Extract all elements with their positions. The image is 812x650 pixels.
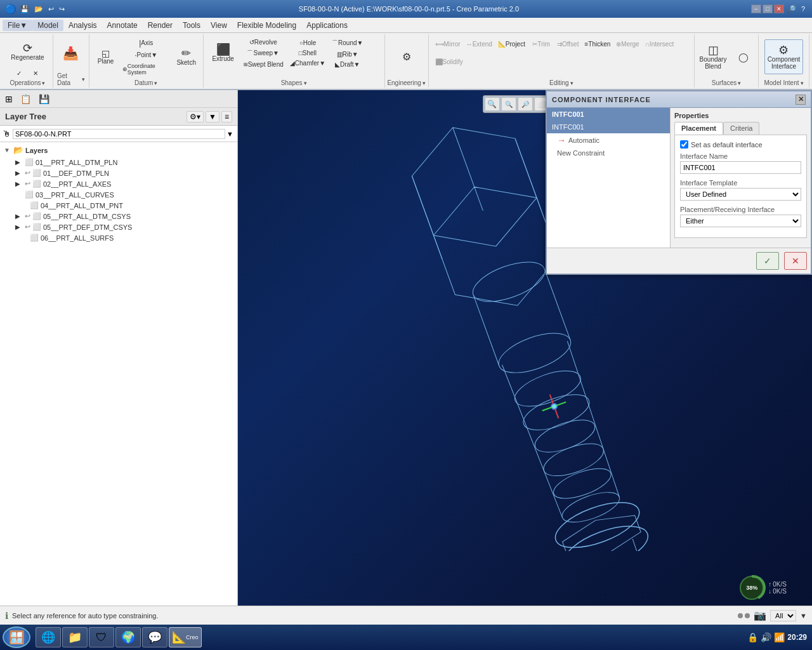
layer-tree-filter-btn[interactable]: ▼	[206, 111, 219, 123]
offset-btn[interactable]: ⇉ Offset	[554, 39, 582, 49]
menu-applications[interactable]: Applications	[301, 20, 353, 31]
taskbar-app-5[interactable]: 💬	[142, 627, 167, 647]
menu-analysis[interactable]: Analysis	[63, 20, 102, 31]
point-btn[interactable]: · Point▼	[120, 50, 173, 61]
list-item[interactable]: ▶ ↩ ⬜ 05__PRT_DEF_DTM_CSYS	[0, 222, 237, 232]
ci-placement-select[interactable]: Either	[680, 215, 801, 227]
layer-search-input[interactable]	[13, 129, 225, 139]
hole-btn[interactable]: ○ Hole	[287, 38, 328, 48]
getdata-btn[interactable]: 📥	[58, 43, 84, 63]
round-btn[interactable]: ⌒ Round▼	[329, 37, 365, 49]
ci-list-new-constraint[interactable]: New Constraint	[547, 147, 670, 159]
rib-btn[interactable]: ▥ Rib▼	[329, 50, 365, 59]
taskbar-app-3[interactable]: 🛡	[89, 627, 114, 647]
regenerate-btn[interactable]: ⟳ Regenerate	[8, 36, 47, 67]
expand-icon[interactable]: ▶	[15, 213, 23, 220]
ci-ok-btn[interactable]: ✓	[756, 252, 779, 270]
tray-icon-1[interactable]: 🔒	[747, 632, 758, 642]
taskbar-app-2[interactable]: 📁	[62, 627, 88, 647]
status-filter-select[interactable]: All	[770, 610, 796, 621]
merge-btn[interactable]: ⊗ Merge	[613, 39, 641, 49]
expand-icon[interactable]: ▶	[15, 223, 23, 230]
ci-cancel-btn[interactable]: ✕	[784, 252, 807, 270]
cancel-ribbon-btn[interactable]: ✕	[28, 69, 43, 78]
axis-btn[interactable]: | Axis	[120, 37, 173, 49]
sketch-btn[interactable]: ✏ Sketch	[174, 45, 199, 69]
left-panel-icon1[interactable]: ⊞	[3, 93, 15, 105]
status-capture-btn[interactable]: 📷	[754, 609, 766, 621]
menu-file[interactable]: File▼	[3, 20, 32, 31]
layers-root[interactable]: ▼ 📂 Layers	[0, 143, 237, 157]
engineering-label[interactable]: Engineering▾	[387, 78, 425, 86]
intersect-btn[interactable]: ∩ Intersect	[643, 39, 677, 49]
list-item[interactable]: ▶ ⬜ 01__PRT_ALL_DTM_PLN	[0, 157, 237, 168]
layer-tree-settings-btn[interactable]: ⚙▾	[187, 111, 204, 123]
quick-access-toolbar[interactable]: 💾 📂 ↩ ↪	[18, 4, 67, 14]
surfaces-extra-btn[interactable]: ◯	[731, 50, 756, 64]
menu-model[interactable]: Model	[32, 20, 63, 31]
list-item[interactable]: ▶ ↩ ⬜ 02__PRT_ALL_AXES	[0, 178, 237, 189]
tray-icon-2[interactable]: 🔊	[761, 632, 771, 642]
layers-toggle[interactable]: ▼	[4, 147, 11, 154]
revolve-btn[interactable]: ↺ Revolve	[240, 37, 286, 47]
taskbar-app-1[interactable]: 🌐	[36, 627, 61, 647]
datum-label[interactable]: Datum▾	[134, 78, 157, 86]
list-item[interactable]: ▶ ↩ ⬜ 01__DEF_DTM_PLN	[0, 168, 237, 178]
viewport[interactable]: 🔍 🔍 🔎 ⬜ ▣	[238, 90, 812, 614]
ci-close-btn[interactable]: ✕	[796, 95, 806, 105]
list-item[interactable]: ⬜ 06__PRT_ALL_SURFS	[0, 232, 237, 243]
menu-render[interactable]: Render	[143, 20, 178, 31]
left-panel-icon2[interactable]: 📋	[18, 93, 34, 105]
solidify-btn[interactable]: ⬛ Solidify	[433, 57, 466, 67]
menu-annotate[interactable]: Annotate	[102, 20, 143, 31]
sweep-btn[interactable]: ⌒ Sweep▼	[240, 48, 286, 59]
shell-btn[interactable]: □ Shell	[287, 48, 328, 58]
ci-list-item-intfc001[interactable]: INTFC001	[547, 121, 670, 133]
ci-interface-name-input[interactable]	[680, 161, 801, 174]
start-button[interactable]: 🪟	[3, 627, 30, 648]
project-btn[interactable]: 📐 Project	[495, 39, 528, 49]
draft-btn[interactable]: ◣ Draft▼	[329, 60, 365, 69]
ci-default-checkbox[interactable]	[680, 140, 688, 149]
extend-btn[interactable]: ↔ Extend	[464, 39, 495, 49]
status-dropdown-btn[interactable]: ▼	[800, 612, 807, 620]
taskbar-app-6[interactable]: 📐 Creo	[169, 627, 202, 647]
engineering-expand-btn[interactable]: ⚙	[394, 48, 419, 65]
titlebar-controls[interactable]: – □ ✕ 🔎 ?	[751, 4, 807, 14]
menu-view[interactable]: View	[206, 20, 232, 31]
getdata-label[interactable]: Get Data▾	[57, 71, 85, 86]
tray-icon-3[interactable]: 📶	[774, 632, 785, 642]
editing-label[interactable]: Editing▾	[549, 78, 573, 86]
operations-label[interactable]: Operations▾	[10, 78, 46, 86]
chamfer-btn[interactable]: ◢ Chamfer▼	[287, 58, 328, 68]
list-item[interactable]: ⬜ 03__PRT_ALL_CURVES	[0, 189, 237, 200]
shapes-label[interactable]: Shapes▾	[281, 78, 307, 86]
ci-list-automatic[interactable]: → Automatic	[547, 133, 670, 147]
boundary-blend-btn[interactable]: ◫ BoundaryBlend	[697, 39, 730, 74]
close-btn[interactable]: ✕	[774, 4, 784, 13]
minimize-btn[interactable]: –	[751, 4, 761, 13]
list-item[interactable]: ▶ ↩ ⬜ 05__PRT_ALL_DTM_CSYS	[0, 211, 237, 222]
model-intent-label[interactable]: Model Intent▾	[764, 78, 803, 86]
surfaces-label[interactable]: Surfaces▾	[712, 78, 741, 86]
coordinate-btn[interactable]: ⊕ Coordinate System	[120, 62, 173, 77]
confirm-btn[interactable]: ✓	[11, 69, 27, 78]
list-item[interactable]: ⬜ 04__PRT_ALL_DTM_PNT	[0, 200, 237, 211]
ci-template-select[interactable]: User Defined	[680, 188, 801, 201]
operations-arrow[interactable]: ▾	[42, 80, 45, 86]
thicken-btn[interactable]: ≡ Thicken	[582, 39, 613, 49]
expand-icon[interactable]: ▶	[15, 169, 23, 176]
search-dropdown[interactable]: ▼	[225, 129, 235, 138]
mirror-btn[interactable]: ⟺ Mirror	[433, 39, 463, 49]
expand-icon[interactable]: ▶	[15, 159, 23, 166]
left-panel-icon3[interactable]: 💾	[36, 93, 52, 105]
menu-tools[interactable]: Tools	[178, 20, 206, 31]
ci-tab-criteria[interactable]: Criteria	[723, 122, 759, 135]
ci-tab-placement[interactable]: Placement	[674, 122, 723, 135]
maximize-btn[interactable]: □	[763, 4, 773, 13]
plane-btn[interactable]: ◱ Plane	[93, 46, 119, 67]
extrude-btn[interactable]: ⬛ Extrude	[207, 36, 239, 70]
menu-flexible[interactable]: Flexible Modeling	[232, 20, 301, 31]
trim-btn[interactable]: ✂ Trim	[528, 39, 554, 49]
expand-icon[interactable]: ▶	[15, 180, 23, 187]
